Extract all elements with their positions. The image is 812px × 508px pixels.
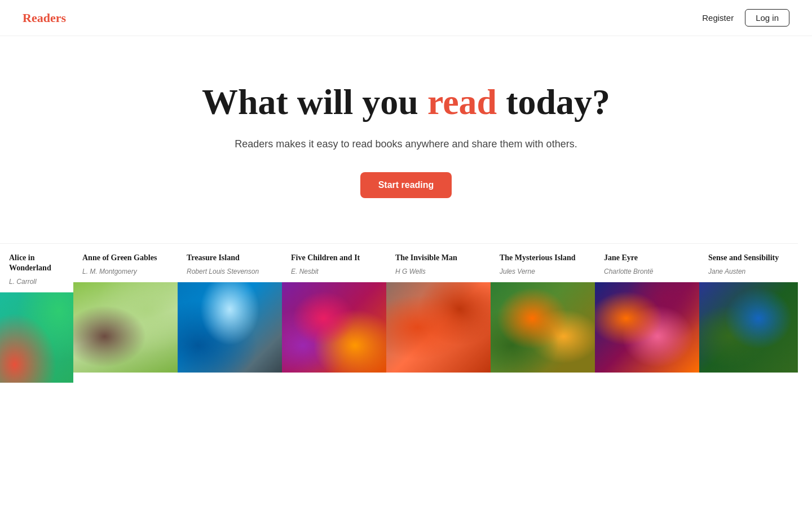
- book-author: Robert Louis Stevenson: [187, 268, 273, 275]
- navbar: Readers Register Log in: [0, 0, 812, 36]
- book-card[interactable]: Five Children and ItE. Nesbit: [282, 243, 386, 383]
- book-info: The Mysterious IslandJules Verne: [491, 243, 595, 282]
- book-author: Charlotte Brontë: [604, 268, 690, 275]
- book-card[interactable]: The Invisible ManH G Wells: [386, 243, 491, 383]
- book-cover: [282, 282, 386, 373]
- book-title: Alice in Wonderland: [9, 253, 64, 273]
- book-title: Sense and Sensibility: [708, 253, 789, 263]
- navbar-actions: Register Log in: [702, 9, 789, 27]
- books-strip: Alice in WonderlandL. CarrollAnne of Gre…: [0, 243, 812, 383]
- book-title: Five Children and It: [291, 253, 377, 263]
- start-reading-button[interactable]: Start reading: [360, 172, 452, 198]
- book-cover: [178, 282, 282, 373]
- book-info: Treasure IslandRobert Louis Stevenson: [178, 243, 282, 282]
- book-title: Treasure Island: [187, 253, 273, 263]
- book-title: The Mysterious Island: [500, 253, 586, 263]
- site-logo[interactable]: Readers: [23, 11, 66, 25]
- hero-section: What will you read today? Readers makes …: [0, 36, 812, 232]
- register-button[interactable]: Register: [702, 13, 734, 23]
- book-card[interactable]: Jane EyreCharlotte Brontë: [595, 243, 699, 383]
- book-title: The Invisible Man: [395, 253, 482, 263]
- book-cover: [0, 292, 73, 383]
- book-card[interactable]: Sense and SensibilityJane Austen: [699, 243, 798, 383]
- hero-title-after: today?: [497, 82, 610, 122]
- book-card[interactable]: Anne of Green GablesL. M. Montgomery: [73, 243, 178, 383]
- book-info: Anne of Green GablesL. M. Montgomery: [73, 243, 178, 282]
- book-cover: [491, 282, 595, 373]
- hero-subtitle: Readers makes it easy to read books anyw…: [235, 137, 577, 152]
- book-info: Sense and SensibilityJane Austen: [699, 243, 798, 282]
- book-card[interactable]: Alice in WonderlandL. Carroll: [0, 243, 73, 383]
- book-cover: [699, 282, 798, 373]
- book-author: Jane Austen: [708, 268, 789, 275]
- hero-title-highlight: read: [427, 82, 497, 122]
- book-cover: [73, 282, 178, 373]
- book-info: The Invisible ManH G Wells: [386, 243, 491, 282]
- book-author: E. Nesbit: [291, 268, 377, 275]
- book-author: L. Carroll: [9, 278, 64, 286]
- book-cover: [386, 282, 491, 373]
- hero-title: What will you read today?: [202, 81, 610, 123]
- book-card[interactable]: Treasure IslandRobert Louis Stevenson: [178, 243, 282, 383]
- book-title: Jane Eyre: [604, 253, 690, 263]
- book-author: H G Wells: [395, 268, 482, 275]
- login-button[interactable]: Log in: [745, 9, 789, 27]
- book-title: Anne of Green Gables: [82, 253, 169, 263]
- book-author: L. M. Montgomery: [82, 268, 169, 275]
- book-info: Jane EyreCharlotte Brontë: [595, 243, 699, 282]
- book-info: Five Children and ItE. Nesbit: [282, 243, 386, 282]
- book-cover: [595, 282, 699, 373]
- book-author: Jules Verne: [500, 268, 586, 275]
- book-info: Alice in WonderlandL. Carroll: [0, 243, 73, 292]
- hero-title-before: What will you: [202, 82, 427, 122]
- book-card[interactable]: The Mysterious IslandJules Verne: [491, 243, 595, 383]
